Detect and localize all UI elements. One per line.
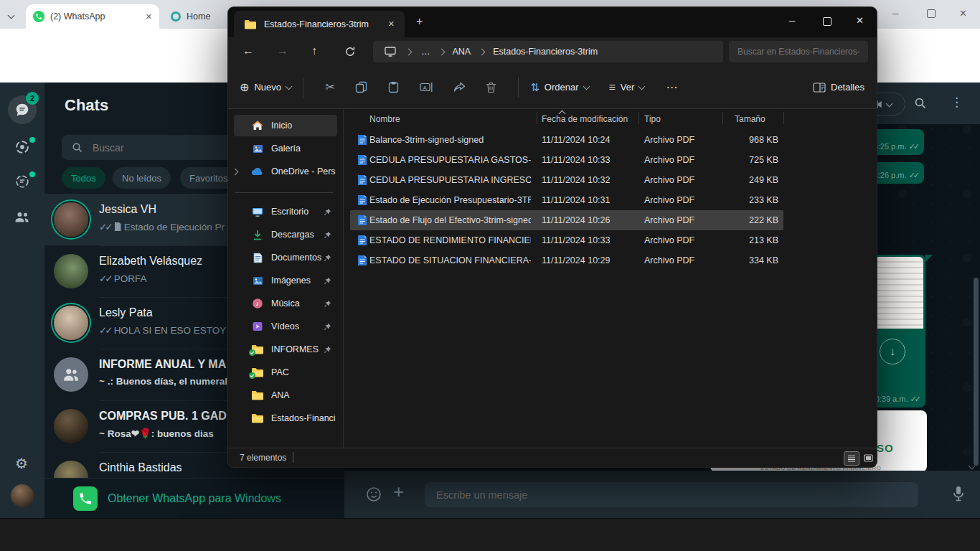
window-maximize-icon[interactable] bbox=[823, 17, 831, 26]
nav-up-icon[interactable]: ↑ bbox=[311, 44, 317, 57]
crumb-ellipsis[interactable]: … bbox=[421, 47, 430, 57]
share-icon[interactable] bbox=[453, 82, 466, 93]
breadcrumb-bar[interactable]: … ANA Estados-Financieros-3trim bbox=[373, 41, 723, 62]
crumb-current[interactable]: Estados-Financieros-3trim bbox=[493, 47, 598, 57]
nav-back-icon[interactable]: ← bbox=[242, 44, 254, 57]
view-lines-icon: ≡ bbox=[609, 81, 616, 94]
sort-arrows-icon: ⇅ bbox=[530, 81, 540, 94]
browser-close-button[interactable]: ✕ bbox=[959, 8, 967, 19]
details-button[interactable]: Detalles bbox=[813, 82, 864, 93]
expand-chevron-icon[interactable] bbox=[232, 168, 239, 175]
statusbar-divider bbox=[293, 452, 293, 463]
sidebar-item-ana[interactable]: ANA bbox=[234, 385, 337, 406]
column-header-tipo[interactable]: Tipo bbox=[644, 114, 661, 124]
new-button[interactable]: ⊕ Nuevo bbox=[240, 80, 291, 94]
browser-tab-home[interactable]: Home bbox=[164, 4, 238, 29]
cut-icon[interactable]: ✂ bbox=[325, 80, 335, 95]
column-header-tamano[interactable]: Tamaño bbox=[735, 114, 765, 124]
crumb-ana[interactable]: ANA bbox=[453, 47, 471, 57]
column-divider[interactable] bbox=[639, 112, 639, 124]
folder-icon bbox=[251, 413, 264, 423]
sidebar-item-escritorio[interactable]: Escritorio bbox=[234, 201, 337, 222]
explorer-searchbox[interactable] bbox=[729, 41, 868, 62]
view-button[interactable]: ≡ Ver bbox=[609, 81, 645, 94]
copy-icon[interactable] bbox=[355, 81, 367, 93]
file-row[interactable]: Balance-3trim-signed-signed 11/11/2024 1… bbox=[344, 130, 789, 150]
new-tab-icon[interactable]: + bbox=[416, 15, 423, 28]
file-row-selected[interactable]: Estado de Flujo del Efectivo-3trim-signe… bbox=[344, 210, 789, 230]
sidebar-splitter[interactable] bbox=[343, 109, 344, 455]
column-header-nombre[interactable]: Nombre bbox=[369, 114, 400, 124]
explorer-search-input[interactable] bbox=[729, 41, 868, 62]
chats-unread-badge: 2 bbox=[26, 92, 39, 105]
nav-forward-icon[interactable]: → bbox=[277, 44, 288, 57]
tab-search-button[interactable] bbox=[9, 8, 14, 21]
item-count: 7 elementos bbox=[240, 453, 286, 463]
get-whatsapp-banner[interactable]: Obtener WhatsApp para Windows bbox=[44, 478, 344, 519]
browser-minimize-button[interactable]: – bbox=[892, 6, 898, 19]
window-minimize-icon[interactable]: – bbox=[789, 14, 795, 26]
sidebar-item-pac[interactable]: PAC bbox=[234, 362, 337, 383]
sidebar-item-informes[interactable]: INFORMES bbox=[234, 339, 337, 360]
explorer-tab-title: Estados-Financieros-3trim bbox=[264, 19, 388, 29]
more-options-icon[interactable]: ⋯ bbox=[666, 80, 677, 94]
filter-all-chip[interactable]: Todos bbox=[62, 167, 105, 189]
sidebar-item-descargas[interactable]: Descargas bbox=[234, 224, 337, 245]
tab-close-icon[interactable]: ✕ bbox=[388, 19, 395, 29]
column-divider[interactable] bbox=[722, 112, 723, 124]
delete-icon[interactable] bbox=[486, 82, 496, 93]
paste-icon[interactable] bbox=[387, 81, 400, 93]
chat-menu-kebab-icon[interactable]: ⋮ bbox=[951, 95, 963, 110]
thumbnails-view-button[interactable] bbox=[861, 451, 875, 464]
message-input[interactable] bbox=[425, 482, 918, 507]
column-header-fecha[interactable]: Fecha de modificación bbox=[542, 114, 628, 124]
sync-check-icon bbox=[249, 349, 255, 356]
whatsapp-logo bbox=[73, 486, 98, 511]
channels-icon[interactable] bbox=[14, 174, 30, 189]
attach-plus-icon[interactable]: + bbox=[393, 481, 404, 503]
download-button[interactable]: ↓ bbox=[880, 339, 905, 364]
sidebar-item-onedrive[interactable]: OneDrive - Pers bbox=[234, 161, 337, 182]
filter-unread-chip[interactable]: No leídos bbox=[113, 167, 171, 189]
file-row[interactable]: ESTADO DE SITUACION FINANCIERA-3tri... 1… bbox=[344, 250, 789, 270]
file-row[interactable]: Estado de Ejecución Presupuestario-3TRI.… bbox=[344, 190, 789, 210]
tab-close-icon[interactable]: ✕ bbox=[146, 12, 152, 22]
settings-gear-icon[interactable]: ⚙ bbox=[15, 455, 28, 472]
window-close-icon[interactable]: ✕ bbox=[856, 15, 864, 26]
file-row[interactable]: CEDULA PRESUPUESTARIA INGRESO-3TRI... 11… bbox=[344, 170, 789, 190]
browser-restore-button[interactable] bbox=[927, 9, 936, 18]
home-tab-favicon bbox=[171, 11, 181, 22]
sidebar-item-inicio[interactable]: Inicio bbox=[234, 115, 337, 136]
mic-icon[interactable] bbox=[951, 485, 966, 502]
status-icon[interactable] bbox=[14, 139, 30, 155]
rename-icon[interactable]: A bbox=[420, 82, 433, 93]
pin-icon bbox=[324, 346, 331, 354]
svg-text:♪: ♪ bbox=[255, 300, 259, 307]
file-row[interactable]: CEDULA PRESUPUESTARIA GASTOS-3TRI... 11/… bbox=[344, 150, 789, 170]
details-view-button[interactable] bbox=[844, 451, 859, 466]
communities-icon[interactable] bbox=[14, 209, 31, 225]
profile-avatar[interactable] bbox=[11, 484, 34, 507]
sidebar-item-galeria[interactable]: Galería bbox=[234, 138, 337, 159]
tab-title: Home bbox=[187, 11, 210, 22]
sidebar-item-documentos[interactable]: Documentos bbox=[234, 247, 337, 268]
emoji-icon[interactable] bbox=[365, 486, 382, 503]
folder-icon bbox=[244, 19, 257, 29]
chat-scrollbar[interactable] bbox=[974, 278, 979, 466]
column-divider[interactable] bbox=[537, 112, 537, 124]
sidebar-item-imagenes[interactable]: Imágenes bbox=[234, 270, 337, 291]
explorer-tab[interactable]: Estados-Financieros-3trim ✕ bbox=[234, 11, 405, 37]
ticks-icon: ✓✓ bbox=[99, 221, 111, 232]
sidebar-item-estados-financieros[interactable]: Estados-Financi bbox=[234, 408, 337, 429]
nav-refresh-icon[interactable] bbox=[344, 46, 356, 57]
desktop-icon bbox=[251, 207, 264, 217]
chat-search-icon[interactable] bbox=[914, 97, 926, 109]
home-icon bbox=[251, 120, 264, 131]
file-row[interactable]: ESTADO DE RENDIMIENTO FINANCIERO-... 11/… bbox=[344, 230, 789, 250]
sidebar-item-musica[interactable]: ♪ Música bbox=[234, 293, 337, 314]
sidebar-item-videos[interactable]: Vídeos bbox=[234, 316, 337, 337]
sort-button[interactable]: ⇅ Ordenar bbox=[530, 81, 588, 94]
browser-tab-whatsapp[interactable]: (2) WhatsApp ✕ bbox=[26, 4, 159, 29]
gallery-icon bbox=[251, 144, 264, 154]
column-divider[interactable] bbox=[783, 112, 784, 124]
